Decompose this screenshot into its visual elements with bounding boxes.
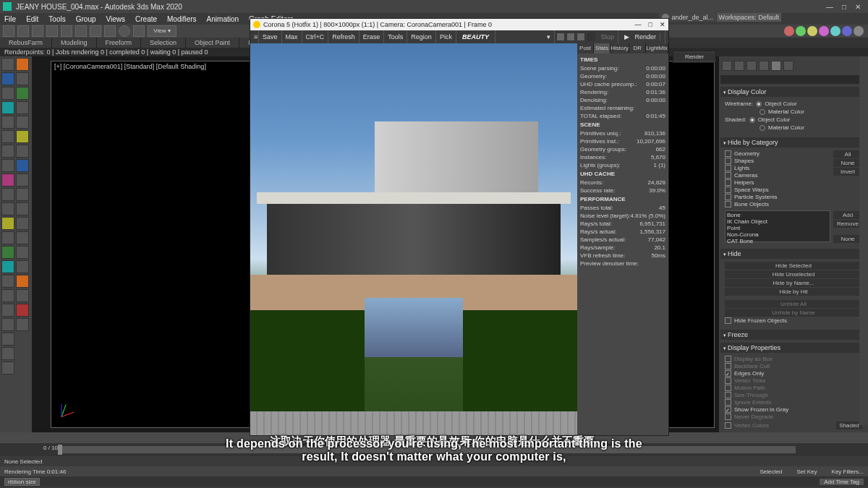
tool-icon[interactable] — [16, 246, 29, 259]
tool-icon[interactable] — [1, 289, 14, 302]
chk-geometry[interactable] — [725, 150, 731, 157]
chk-dispbox[interactable] — [725, 356, 731, 362]
chk-hide-frozen[interactable] — [725, 317, 731, 324]
btn-hide-unselected[interactable]: Hide Unselected — [725, 270, 862, 278]
tab-rebusfarm[interactable]: RebusFarm — [0, 38, 52, 48]
tool-icon[interactable] — [16, 116, 29, 129]
chk-vtxticks[interactable] — [725, 377, 731, 384]
btn-invert[interactable]: Invert — [833, 168, 862, 176]
corona-stop-button[interactable] — [587, 33, 595, 41]
btn-all[interactable]: All — [833, 150, 862, 158]
chk-helpers[interactable] — [725, 179, 731, 186]
tool-icon[interactable] — [1, 58, 14, 71]
tool-icon[interactable] — [16, 260, 29, 273]
motion-tab-icon[interactable] — [759, 61, 769, 71]
menu-group[interactable]: Group — [76, 15, 96, 23]
tab-lightmix[interactable]: LightMix — [646, 43, 668, 53]
section-hide[interactable]: Hide — [720, 249, 867, 259]
menu-modifiers[interactable]: Modifiers — [167, 15, 197, 23]
name-field[interactable] — [720, 75, 867, 84]
viewport-label[interactable]: [+] [CoronaCamera001] [Standard] [Defaul… — [54, 63, 206, 70]
select-name-button[interactable] — [90, 25, 101, 37]
workspace-selector[interactable]: Workspaces: Default — [717, 13, 781, 22]
menu-create[interactable]: Create — [135, 15, 157, 23]
tool-icon[interactable] — [1, 159, 14, 172]
menu-views[interactable]: Views — [106, 15, 126, 23]
tool-icon[interactable] — [1, 361, 14, 374]
orb-cameras-icon[interactable] — [819, 26, 829, 36]
btn-none2[interactable]: None — [833, 235, 862, 243]
corona-tools[interactable]: Tools — [384, 30, 407, 43]
btn-remove[interactable]: Remove — [833, 220, 862, 228]
tool-icon[interactable] — [16, 145, 29, 158]
tool-icon[interactable] — [16, 231, 29, 244]
chk-cameras[interactable] — [725, 172, 731, 179]
btn-hide-selected[interactable]: Hide Selected — [725, 262, 862, 270]
btn-hide-byhit[interactable]: Hide by Hit — [725, 288, 862, 296]
section-display-color[interactable]: Display Color — [720, 87, 867, 97]
time-marker[interactable] — [58, 445, 62, 455]
chk-bones[interactable] — [725, 201, 731, 207]
tool-icon[interactable] — [1, 87, 14, 100]
move-button[interactable] — [104, 25, 116, 37]
chk-edgesonly[interactable] — [725, 370, 731, 377]
tab-stats[interactable]: Stats — [594, 43, 610, 53]
corona-max[interactable]: Max — [282, 30, 302, 43]
tool-icon[interactable] — [16, 202, 29, 215]
tool-icon[interactable] — [16, 58, 29, 71]
tool-icon[interactable] — [1, 101, 14, 114]
tool-icon[interactable] — [16, 217, 29, 230]
tool-icon[interactable] — [16, 318, 29, 331]
panel-scrollbar[interactable] — [859, 56, 868, 425]
tool-icon[interactable] — [1, 333, 14, 346]
key-filters-button[interactable]: Key Filters... — [832, 468, 864, 475]
section-disp-props[interactable]: Display Properties — [720, 343, 867, 353]
refsys-dropdown[interactable]: View ▾ — [148, 25, 176, 37]
tool-icon[interactable] — [1, 304, 14, 317]
tab-post[interactable]: Post — [577, 43, 594, 53]
corona-min-button[interactable]: — — [635, 21, 642, 28]
orb-shapes-icon[interactable] — [796, 26, 806, 36]
link-button[interactable] — [32, 25, 43, 37]
chk-neverdeg[interactable] — [725, 414, 731, 420]
scale-button[interactable] — [133, 25, 145, 37]
utilities-tab-icon[interactable] — [783, 61, 793, 71]
corona-ctrlc[interactable]: Ctrl+C — [302, 30, 329, 43]
tool-icon[interactable] — [1, 174, 14, 187]
tool-icon[interactable] — [16, 159, 29, 172]
tool-icon[interactable] — [1, 246, 14, 259]
display-tab-icon[interactable] — [771, 61, 781, 71]
corona-close-button[interactable]: ✕ — [660, 21, 665, 28]
btn-add[interactable]: Add — [833, 211, 862, 219]
tool-icon[interactable] — [16, 101, 29, 114]
tool-icon[interactable] — [1, 202, 14, 215]
tab-freeform[interactable]: Freeform — [97, 38, 142, 48]
chk-vtxcolors[interactable] — [725, 422, 731, 429]
corona-refresh[interactable]: Refresh — [328, 30, 359, 43]
chk-ignoreext[interactable] — [725, 399, 731, 406]
chk-motionpath[interactable] — [725, 385, 731, 391]
tool-icon[interactable] — [1, 130, 14, 143]
radio-shaded-mat[interactable] — [760, 125, 765, 131]
corona-erase[interactable]: Erase — [359, 30, 385, 43]
chk-shapes[interactable] — [725, 158, 731, 164]
render-output-image[interactable] — [250, 43, 577, 435]
maxscript-input[interactable]: ribbon size — [4, 478, 40, 486]
radio-mat-color[interactable] — [760, 109, 765, 115]
set-key-button[interactable]: Set Key — [797, 468, 817, 475]
corona-fit-icon[interactable]: ▾ — [543, 30, 555, 43]
btn-none[interactable]: None — [833, 159, 862, 167]
tool-icon[interactable] — [1, 318, 14, 331]
tab-modeling[interactable]: Modeling — [52, 38, 97, 48]
rotate-button[interactable] — [119, 25, 130, 37]
corona-zoom3-icon[interactable] — [576, 33, 585, 41]
corona-pick[interactable]: Pick — [436, 30, 456, 43]
selected-filter[interactable]: Selected — [760, 468, 782, 475]
tool-icon[interactable] — [1, 72, 14, 85]
radio-obj-color[interactable] — [756, 101, 762, 107]
section-hide-category[interactable]: Hide by Category — [720, 137, 867, 147]
menu-file[interactable]: File — [4, 15, 16, 23]
chk-showfrozen[interactable] — [725, 406, 731, 413]
maximize-button[interactable]: □ — [842, 3, 846, 11]
add-time-tag[interactable]: Add Time Tag — [820, 479, 864, 485]
